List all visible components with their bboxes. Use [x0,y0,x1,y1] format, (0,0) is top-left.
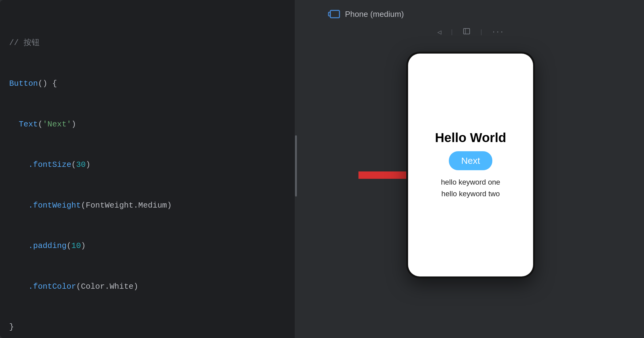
more-button[interactable]: ··· [489,26,506,39]
code-line-button-open: Button() { [9,77,288,90]
code-line-fontcolor: .fontColor(Color.White) [9,280,288,293]
phone-rotate-button[interactable] [460,25,473,39]
code-line-text: Text('Next') [9,118,288,131]
comment-text: // 按钮 [9,36,40,50]
button-func: Button [9,77,38,90]
code-line-fontweight: .fontWeight(FontWeight.Medium) [9,199,288,212]
scrollbar[interactable] [295,0,297,338]
phone-screen: Hello World Next hello keyword one hello… [408,54,533,276]
back-button[interactable]: ◁ [435,26,444,39]
scrollbar-thumb[interactable] [295,135,297,197]
rotate-icon [462,28,471,35]
phone-message-1: hello keyword one [441,176,500,188]
phone-hello-world-title: Hello World [435,130,506,145]
svg-rect-2 [328,12,330,16]
code-line-comment: // 按钮 [9,36,288,50]
phone-next-button[interactable]: Next [449,151,492,170]
svg-rect-3 [464,28,470,34]
device-controls: ◁ | | ··· [435,25,506,39]
code-content: // 按钮 Button() { Text('Next') .fontSize(… [0,6,297,338]
code-line-close1: } [9,320,288,334]
phone-medium-icon [328,9,340,19]
svg-rect-1 [330,10,339,18]
code-editor: // 按钮 Button() { Text('Next') .fontSize(… [0,0,297,338]
phone-message-2: hello keyword two [441,188,500,200]
device-title: Phone (medium) [345,9,404,19]
phone-mockup: Hello World Next hello keyword one hello… [406,52,535,278]
device-header: Phone (medium) [328,9,404,19]
preview-panel: Phone (medium) ◁ | | ··· Hello World Nex… [297,0,644,338]
code-line-fontsize: .fontSize(30) [9,158,288,171]
code-line-padding: .padding(10) [9,239,288,253]
phone-messages: hello keyword one hello keyword two [441,176,500,200]
